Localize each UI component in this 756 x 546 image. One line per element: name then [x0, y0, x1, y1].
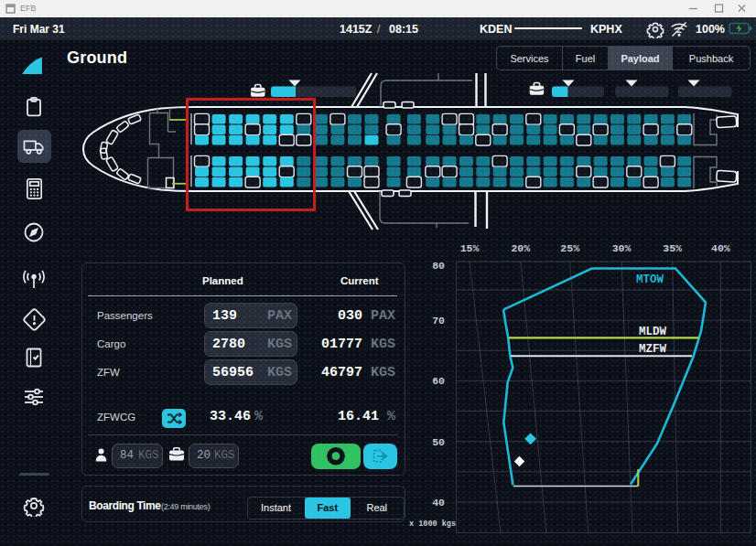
svg-text:40: 40	[432, 497, 445, 509]
svg-text:20%: 20%	[511, 242, 530, 254]
svg-text:35%: 35%	[663, 242, 682, 254]
svg-text:MZFW: MZFW	[639, 343, 667, 356]
svg-text:MTOW: MTOW	[636, 273, 664, 286]
svg-text:15%: 15%	[460, 242, 480, 254]
svg-text:50: 50	[432, 436, 445, 448]
svg-text:40%: 40%	[711, 242, 730, 254]
svg-text:x 1000 kgs: x 1000 kgs	[409, 519, 456, 529]
svg-text:MLDW: MLDW	[639, 326, 667, 338]
svg-text:25%: 25%	[560, 242, 579, 254]
svg-text:80: 80	[432, 260, 445, 272]
svg-text:60: 60	[432, 375, 445, 387]
svg-text:30%: 30%	[612, 242, 632, 254]
svg-text:70: 70	[432, 315, 445, 327]
